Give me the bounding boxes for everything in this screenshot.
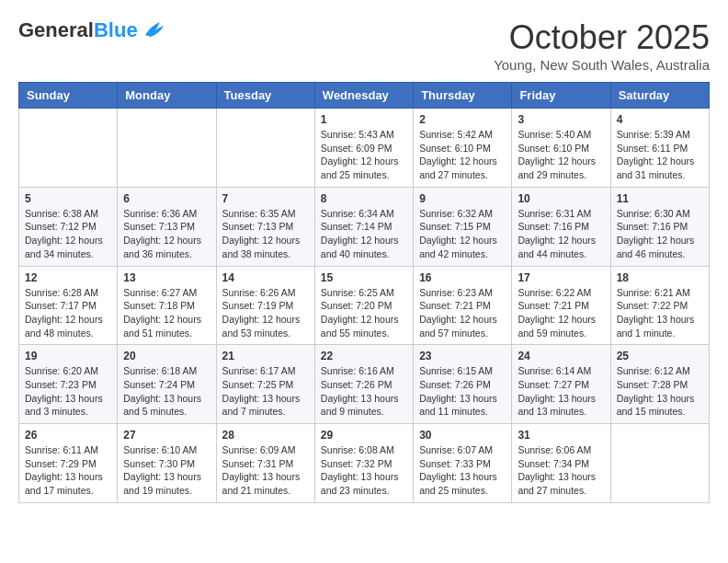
day-info: Daylight: 12 hours and 53 minutes. xyxy=(222,313,309,339)
logo-blue: Blue xyxy=(94,18,138,41)
day-info: Daylight: 13 hours and 5 minutes. xyxy=(123,392,210,419)
day-info: Daylight: 13 hours and 11 minutes. xyxy=(419,392,506,419)
calendar-day-cell: 20Sunrise: 6:18 AMSunset: 7:24 PMDayligh… xyxy=(118,345,216,424)
day-info: Sunset: 7:24 PM xyxy=(123,378,210,392)
calendar-day-cell: 24Sunrise: 6:14 AMSunset: 7:27 PMDayligh… xyxy=(512,345,610,424)
logo-general: General xyxy=(18,18,94,41)
day-number: 20 xyxy=(123,350,210,362)
day-info: Sunrise: 6:30 AM xyxy=(617,207,703,221)
day-info: Daylight: 12 hours and 44 minutes. xyxy=(518,234,604,260)
calendar-day-cell: 1Sunrise: 5:43 AMSunset: 6:09 PMDaylight… xyxy=(314,109,413,188)
day-info: Sunrise: 6:31 AM xyxy=(518,207,604,221)
calendar-day-cell: 5Sunrise: 6:38 AMSunset: 7:12 PMDaylight… xyxy=(19,187,118,266)
calendar-day-cell: 10Sunrise: 6:31 AMSunset: 7:16 PMDayligh… xyxy=(512,187,610,266)
day-number: 15 xyxy=(321,271,407,284)
calendar-day-cell: 2Sunrise: 5:42 AMSunset: 6:10 PMDaylight… xyxy=(414,109,512,188)
day-number: 22 xyxy=(321,350,407,362)
day-number: 2 xyxy=(419,113,506,126)
calendar-day-cell: 3Sunrise: 5:40 AMSunset: 6:10 PMDaylight… xyxy=(512,109,610,188)
day-number: 7 xyxy=(222,192,309,205)
day-info: Sunset: 7:13 PM xyxy=(123,220,210,234)
day-info: Daylight: 13 hours and 19 minutes. xyxy=(123,470,210,497)
day-info: Sunset: 7:14 PM xyxy=(321,220,407,234)
day-number: 14 xyxy=(222,271,309,284)
calendar-day-cell: 9Sunrise: 6:32 AMSunset: 7:15 PMDaylight… xyxy=(414,187,512,266)
day-number: 31 xyxy=(518,429,604,442)
day-number: 13 xyxy=(123,271,210,284)
day-number: 28 xyxy=(222,429,309,442)
day-info: Daylight: 12 hours and 42 minutes. xyxy=(419,234,506,260)
calendar-day-cell: 17Sunrise: 6:22 AMSunset: 7:21 PMDayligh… xyxy=(512,266,610,345)
calendar-day-cell: 18Sunrise: 6:21 AMSunset: 7:22 PMDayligh… xyxy=(610,266,709,345)
day-info: Sunset: 7:30 PM xyxy=(123,457,210,471)
day-info: Sunrise: 6:08 AM xyxy=(321,443,407,457)
calendar-body: 1Sunrise: 5:43 AMSunset: 6:09 PMDaylight… xyxy=(19,109,710,503)
day-number: 24 xyxy=(518,350,604,362)
day-info: Sunrise: 6:20 AM xyxy=(25,364,111,378)
day-number: 9 xyxy=(419,192,506,205)
day-info: Sunset: 7:27 PM xyxy=(518,378,604,392)
title-block: October 2025 Young, New South Wales, Aus… xyxy=(494,18,710,73)
day-info: Sunrise: 6:28 AM xyxy=(25,286,111,300)
calendar-day-cell: 6Sunrise: 6:36 AMSunset: 7:13 PMDaylight… xyxy=(118,187,216,266)
weekday-header-saturday: Saturday xyxy=(610,83,709,109)
calendar-week-row: 19Sunrise: 6:20 AMSunset: 7:23 PMDayligh… xyxy=(19,345,710,424)
calendar-day-cell xyxy=(216,109,314,188)
day-info: Sunset: 6:11 PM xyxy=(617,142,703,155)
day-info: Sunset: 7:16 PM xyxy=(617,220,703,234)
logo: GeneralBlue xyxy=(18,18,167,42)
day-info: Sunrise: 6:11 AM xyxy=(25,443,111,457)
day-info: Daylight: 13 hours and 17 minutes. xyxy=(25,470,111,497)
day-info: Daylight: 12 hours and 48 minutes. xyxy=(25,313,111,339)
calendar-day-cell: 23Sunrise: 6:15 AMSunset: 7:26 PMDayligh… xyxy=(414,345,512,424)
calendar-day-cell: 4Sunrise: 5:39 AMSunset: 6:11 PMDaylight… xyxy=(610,109,709,188)
day-number: 10 xyxy=(518,192,604,205)
day-info: Sunrise: 6:12 AM xyxy=(617,364,703,378)
day-info: Sunset: 7:22 PM xyxy=(617,299,703,313)
day-info: Sunset: 7:19 PM xyxy=(222,299,309,313)
day-info: Sunrise: 6:16 AM xyxy=(321,364,407,378)
day-info: Sunset: 6:09 PM xyxy=(321,142,407,155)
day-info: Sunrise: 6:34 AM xyxy=(321,207,407,221)
calendar-day-cell: 27Sunrise: 6:10 AMSunset: 7:30 PMDayligh… xyxy=(118,424,216,503)
calendar-week-row: 5Sunrise: 6:38 AMSunset: 7:12 PMDaylight… xyxy=(19,187,710,266)
day-info: Daylight: 13 hours and 25 minutes. xyxy=(419,470,506,497)
month-title: October 2025 xyxy=(494,18,710,57)
day-info: Sunset: 7:12 PM xyxy=(25,220,111,234)
day-number: 30 xyxy=(419,429,506,442)
day-info: Sunset: 7:25 PM xyxy=(222,378,309,392)
calendar-day-cell: 13Sunrise: 6:27 AMSunset: 7:18 PMDayligh… xyxy=(118,266,216,345)
day-number: 17 xyxy=(518,271,604,284)
day-number: 12 xyxy=(25,271,111,284)
day-number: 16 xyxy=(419,271,506,284)
day-info: Daylight: 12 hours and 29 minutes. xyxy=(518,155,604,181)
day-info: Daylight: 13 hours and 15 minutes. xyxy=(617,392,703,419)
day-info: Daylight: 12 hours and 34 minutes. xyxy=(25,234,111,260)
day-info: Sunrise: 6:07 AM xyxy=(419,443,506,457)
day-number: 6 xyxy=(123,192,210,205)
weekday-header-thursday: Thursday xyxy=(414,83,512,109)
day-info: Daylight: 12 hours and 38 minutes. xyxy=(222,234,309,260)
calendar-day-cell: 15Sunrise: 6:25 AMSunset: 7:20 PMDayligh… xyxy=(314,266,413,345)
day-info: Sunset: 7:13 PM xyxy=(222,220,309,234)
day-info: Sunrise: 6:38 AM xyxy=(25,207,111,221)
day-info: Sunrise: 5:40 AM xyxy=(518,128,604,142)
day-info: Sunset: 7:23 PM xyxy=(25,378,111,392)
calendar-day-cell: 19Sunrise: 6:20 AMSunset: 7:23 PMDayligh… xyxy=(19,345,118,424)
calendar-day-cell xyxy=(118,109,216,188)
calendar-day-cell: 25Sunrise: 6:12 AMSunset: 7:28 PMDayligh… xyxy=(610,345,709,424)
day-info: Daylight: 12 hours and 25 minutes. xyxy=(321,155,407,181)
day-info: Daylight: 13 hours and 23 minutes. xyxy=(321,470,407,497)
calendar-day-cell: 26Sunrise: 6:11 AMSunset: 7:29 PMDayligh… xyxy=(19,424,118,503)
day-info: Sunrise: 6:09 AM xyxy=(222,443,309,457)
day-info: Sunrise: 5:42 AM xyxy=(419,128,506,142)
day-info: Sunset: 7:21 PM xyxy=(518,299,604,313)
day-info: Sunset: 7:18 PM xyxy=(123,299,210,313)
calendar-day-cell: 16Sunrise: 6:23 AMSunset: 7:21 PMDayligh… xyxy=(414,266,512,345)
calendar-day-cell xyxy=(19,109,118,188)
day-info: Sunset: 7:15 PM xyxy=(419,220,506,234)
calendar-day-cell: 12Sunrise: 6:28 AMSunset: 7:17 PMDayligh… xyxy=(19,266,118,345)
day-number: 26 xyxy=(25,429,111,442)
day-info: Daylight: 13 hours and 27 minutes. xyxy=(518,470,604,497)
day-info: Daylight: 13 hours and 7 minutes. xyxy=(222,392,309,419)
